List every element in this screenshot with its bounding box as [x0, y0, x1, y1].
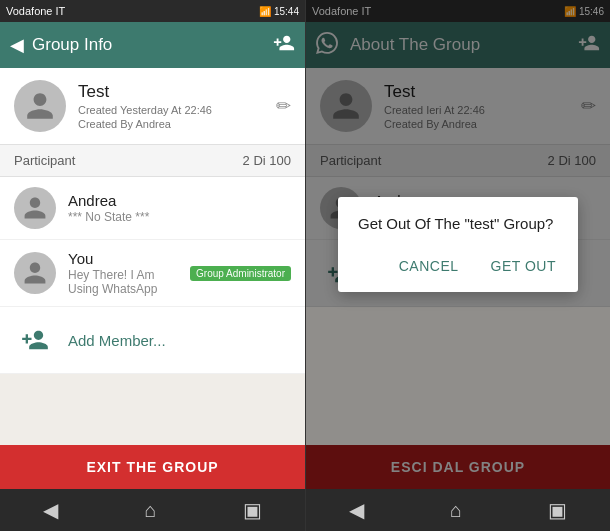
group-created-left: Created Yesterday At 22:46 [78, 104, 264, 116]
group-details-left: Test Created Yesterday At 22:46 Created … [78, 82, 264, 130]
add-member-icon-left [14, 319, 56, 361]
home-nav-right[interactable]: ⌂ [434, 493, 478, 528]
group-name-left: Test [78, 82, 264, 102]
member-avatar-andrea-left [14, 187, 56, 229]
member-details-andrea-left: Andrea *** No State *** [68, 192, 291, 224]
member-name-you-left: You [68, 250, 178, 267]
participants-count-left: 2 Di 100 [243, 153, 291, 168]
add-member-label-left: Add Member... [68, 332, 166, 349]
back-nav-right[interactable]: ◀ [333, 492, 380, 528]
member-name-andrea-left: Andrea [68, 192, 291, 209]
group-avatar-left [14, 80, 66, 132]
member-status-andrea-left: *** No State *** [68, 210, 291, 224]
status-bar-left: Vodafone IT 📶 15:44 [0, 0, 305, 22]
left-screen: Vodafone IT 📶 15:44 ◀ Group Info Test Cr… [0, 0, 305, 531]
bottom-nav-right: ◀ ⌂ ▣ [306, 489, 610, 531]
dialog-title: Get Out Of The "test" Group? [338, 197, 578, 246]
right-screen: Vodafone IT 📶 15:46 About The Group [305, 0, 610, 531]
member-details-you-left: You Hey There! I Am Using WhatsApp [68, 250, 178, 296]
dialog-confirm-button[interactable]: Get Out [477, 250, 570, 282]
recent-nav-left[interactable]: ▣ [227, 492, 278, 528]
dialog-cancel-button[interactable]: Cancel [385, 250, 473, 282]
recent-nav-right[interactable]: ▣ [532, 492, 583, 528]
bottom-nav-left: ◀ ⌂ ▣ [0, 489, 305, 531]
group-info-section-left: Test Created Yesterday At 22:46 Created … [0, 68, 305, 145]
participants-header-left: Participant 2 Di 100 [0, 145, 305, 177]
dialog-overlay: Get Out Of The "test" Group? Cancel Get … [306, 0, 610, 489]
member-avatar-you-left [14, 252, 56, 294]
add-person-icon-left[interactable] [273, 32, 295, 59]
participants-label-left: Participant [14, 153, 75, 168]
app-header-left: ◀ Group Info [0, 22, 305, 68]
carrier-left: Vodafone IT [6, 5, 65, 17]
header-title-left: Group Info [32, 35, 265, 55]
dialog-box: Get Out Of The "test" Group? Cancel Get … [338, 197, 578, 292]
status-icons-left: 📶 15:44 [259, 6, 299, 17]
back-nav-left[interactable]: ◀ [27, 492, 74, 528]
member-item-andrea-left[interactable]: Andrea *** No State *** [0, 177, 305, 240]
group-created-by-left: Created By Andrea [78, 118, 264, 130]
exit-group-button-left[interactable]: EXIT THE GROUP [0, 445, 305, 489]
time-left: 15:44 [274, 6, 299, 17]
member-status-you-left: Hey There! I Am Using WhatsApp [68, 268, 178, 296]
back-arrow-left[interactable]: ◀ [10, 34, 24, 56]
member-item-you-left[interactable]: You Hey There! I Am Using WhatsApp Group… [0, 240, 305, 307]
edit-icon-left[interactable]: ✏ [276, 95, 291, 117]
dialog-buttons: Cancel Get Out [338, 246, 578, 292]
admin-badge-left: Group Administrator [190, 266, 291, 281]
home-nav-left[interactable]: ⌂ [128, 493, 172, 528]
add-member-left[interactable]: Add Member... [0, 307, 305, 374]
